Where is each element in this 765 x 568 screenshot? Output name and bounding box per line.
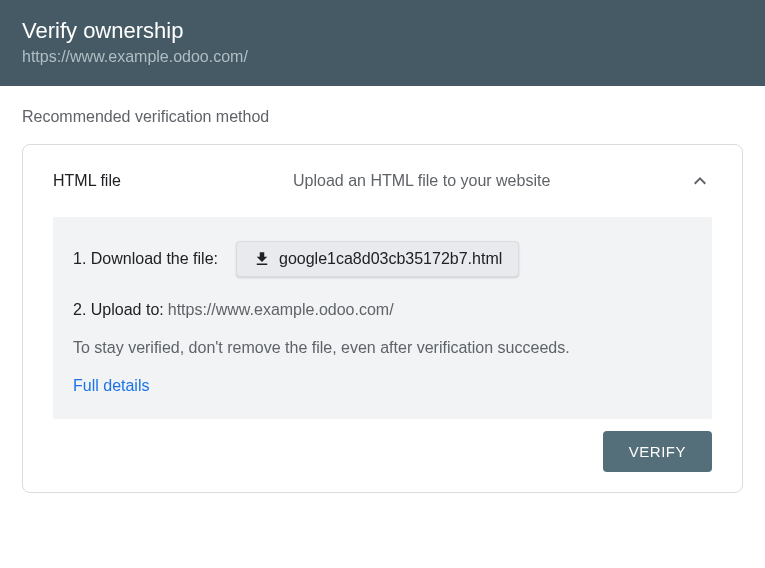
main-content: Recommended verification method HTML fil… [0, 86, 765, 515]
chevron-up-icon[interactable] [688, 169, 712, 193]
download-icon [253, 250, 271, 268]
step-download: 1. Download the file: google1ca8d03cb351… [73, 241, 692, 277]
instructions-panel: 1. Download the file: google1ca8d03cb351… [53, 217, 712, 419]
method-title: HTML file [53, 172, 293, 190]
step1-label: 1. Download the file: [73, 250, 218, 268]
card-header[interactable]: HTML file Upload an HTML file to your we… [53, 169, 712, 193]
step2-label: 2. Upload to: [73, 301, 164, 319]
upload-url: https://www.example.odoo.com/ [168, 301, 394, 319]
verify-button[interactable]: VERIFY [603, 431, 712, 472]
page-title: Verify ownership [22, 18, 743, 44]
verification-method-card: HTML file Upload an HTML file to your we… [22, 144, 743, 493]
page-header: Verify ownership https://www.example.odo… [0, 0, 765, 86]
full-details-link[interactable]: Full details [73, 377, 149, 394]
download-file-button[interactable]: google1ca8d03cb35172b7.html [236, 241, 519, 277]
property-url: https://www.example.odoo.com/ [22, 48, 743, 66]
section-label: Recommended verification method [22, 108, 743, 126]
method-description: Upload an HTML file to your website [293, 172, 688, 190]
step-upload: 2. Upload to: https://www.example.odoo.c… [73, 301, 692, 319]
card-footer: VERIFY [53, 431, 712, 472]
download-filename: google1ca8d03cb35172b7.html [279, 250, 502, 268]
verification-note: To stay verified, don't remove the file,… [73, 339, 692, 357]
